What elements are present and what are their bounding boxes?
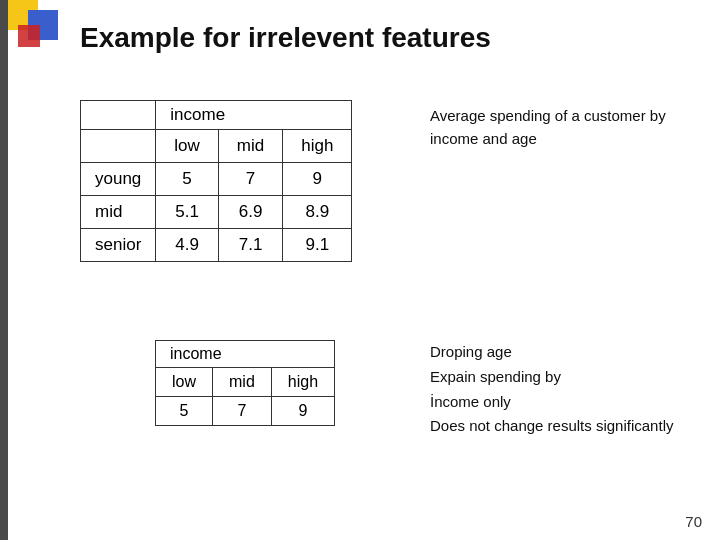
senior-mid: 7.1 — [218, 229, 282, 262]
page-title: Example for irrelevent features — [80, 22, 491, 54]
mid-low: 5.1 — [156, 196, 219, 229]
row-young-label: young — [81, 163, 156, 196]
table-row: income — [81, 101, 352, 130]
income-header-2: income — [156, 341, 335, 368]
col-low: low — [156, 130, 219, 163]
mid-high: 8.9 — [283, 196, 352, 229]
young-mid: 7 — [218, 163, 282, 196]
row-mid-label: mid — [81, 196, 156, 229]
table-row: mid 5.1 6.9 8.9 — [81, 196, 352, 229]
corner-cell — [81, 130, 156, 163]
col2-low: low — [156, 368, 213, 397]
table2-container: income low mid high 5 7 9 — [155, 340, 335, 426]
right-description-2: Droping age Expain spending by İncome on… — [430, 340, 710, 439]
line-1: Droping age — [430, 340, 710, 365]
val-low: 5 — [156, 397, 213, 426]
col2-high: high — [271, 368, 334, 397]
table-row: 5 7 9 — [156, 397, 335, 426]
col2-mid: mid — [213, 368, 272, 397]
table1-container: income low mid high young 5 7 9 mid 5.1 … — [80, 100, 352, 262]
young-high: 9 — [283, 163, 352, 196]
empty-cell — [81, 101, 156, 130]
decorative-squares — [8, 0, 68, 60]
row-senior-label: senior — [81, 229, 156, 262]
line-4: Does not change results significantly — [430, 414, 710, 439]
table1: income low mid high young 5 7 9 mid 5.1 … — [80, 100, 352, 262]
red-square — [18, 25, 40, 47]
table-row: young 5 7 9 — [81, 163, 352, 196]
col-high: high — [283, 130, 352, 163]
income-header: income — [156, 101, 352, 130]
table-row: senior 4.9 7.1 9.1 — [81, 229, 352, 262]
val-mid: 7 — [213, 397, 272, 426]
mid-mid: 6.9 — [218, 196, 282, 229]
accent-bar — [0, 0, 8, 540]
senior-low: 4.9 — [156, 229, 219, 262]
right-text-content: Average spending of a customer by income… — [430, 107, 666, 147]
table2: income low mid high 5 7 9 — [155, 340, 335, 426]
col-mid: mid — [218, 130, 282, 163]
young-low: 5 — [156, 163, 219, 196]
senior-high: 9.1 — [283, 229, 352, 262]
table-row-header: low mid high — [156, 368, 335, 397]
val-high: 9 — [271, 397, 334, 426]
page-number: 70 — [685, 513, 702, 530]
table-row-header: low mid high — [81, 130, 352, 163]
right-description-1: Average spending of a customer by income… — [430, 105, 700, 150]
line-2: Expain spending by — [430, 365, 710, 390]
table-row: income — [156, 341, 335, 368]
line-3: İncome only — [430, 390, 710, 415]
